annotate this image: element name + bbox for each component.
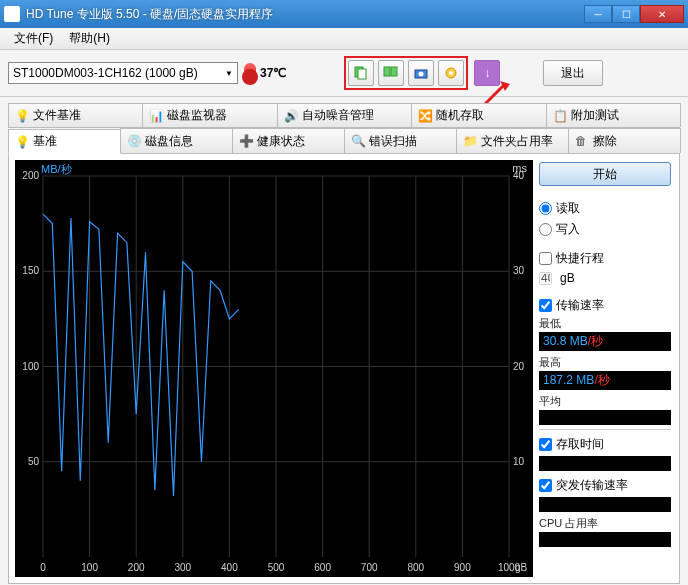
toolbar-icon-group xyxy=(344,56,468,90)
benchmark-chart: MB/秒 ms xyxy=(15,160,533,577)
maximize-button[interactable]: ☐ xyxy=(612,5,640,23)
tab-2-row1[interactable]: 🔊自动噪音管理 xyxy=(277,103,412,127)
tab-4-row2[interactable]: 📁文件夹占用率 xyxy=(456,128,569,153)
cpu-usage-label: CPU 占用率 xyxy=(539,516,671,531)
start-button[interactable]: 开始 xyxy=(539,162,671,186)
minimize-button[interactable]: ─ xyxy=(584,5,612,23)
drive-select[interactable]: ST1000DM003-1CH162 (1000 gB) ▼ xyxy=(8,62,238,84)
tab-icon: 💡 xyxy=(15,109,29,123)
temperature-display: 37℃ xyxy=(244,63,286,83)
access-time-check[interactable]: 存取时间 xyxy=(539,434,671,455)
tab-icon: 🔍 xyxy=(351,134,365,148)
settings-button[interactable] xyxy=(438,60,464,86)
fast-stroke-check[interactable]: 快捷行程 xyxy=(539,248,671,269)
tab-1-row1[interactable]: 📊磁盘监视器 xyxy=(142,103,277,127)
chevron-down-icon: ▼ xyxy=(225,69,233,78)
drive-label: ST1000DM003-1CH162 (1000 gB) xyxy=(13,66,198,80)
tab-3-row2[interactable]: 🔍错误扫描 xyxy=(344,128,457,153)
window-title: HD Tune 专业版 5.50 - 硬盘/固态硬盘实用程序 xyxy=(26,6,584,23)
menu-help[interactable]: 帮助(H) xyxy=(61,28,118,49)
app-icon xyxy=(4,6,20,22)
tab-icon: 📊 xyxy=(149,109,163,123)
temperature-value: 37℃ xyxy=(260,66,286,80)
save-button[interactable]: ↓ xyxy=(474,60,500,86)
burst-rate-readout xyxy=(539,497,671,512)
thermometer-icon xyxy=(244,63,256,83)
svg-rect-1 xyxy=(358,69,366,79)
tab-5-row2[interactable]: 🗑擦除 xyxy=(568,128,681,153)
tab-3-row1[interactable]: 🔀随机存取 xyxy=(411,103,546,127)
tab-0-row2[interactable]: 💡基准 xyxy=(8,129,121,154)
svg-point-5 xyxy=(419,72,424,77)
chart-ylabel-right: ms xyxy=(512,162,527,174)
tab-icon: 🔀 xyxy=(418,109,432,123)
tab-icon: 💡 xyxy=(15,135,29,149)
screenshot-button[interactable] xyxy=(408,60,434,86)
avg-label: 平均 xyxy=(539,394,671,409)
tab-0-row1[interactable]: 💡文件基准 xyxy=(8,103,143,127)
access-time-readout xyxy=(539,456,671,471)
exit-button[interactable]: 退出 xyxy=(543,60,603,86)
fast-stroke-value[interactable] xyxy=(539,272,552,285)
tab-icon: 🔊 xyxy=(284,109,298,123)
burst-rate-check[interactable]: 突发传输速率 xyxy=(539,475,671,496)
svg-rect-2 xyxy=(384,67,390,76)
tab-2-row2[interactable]: ➕健康状态 xyxy=(232,128,345,153)
close-button[interactable]: ✕ xyxy=(640,5,684,23)
menu-file[interactable]: 文件(F) xyxy=(6,28,61,49)
svg-point-7 xyxy=(449,71,453,75)
cpu-usage-readout xyxy=(539,532,671,547)
write-radio[interactable]: 写入 xyxy=(539,219,671,240)
tab-1-row2[interactable]: 💿磁盘信息 xyxy=(120,128,233,153)
tab-icon: 📋 xyxy=(553,109,567,123)
tab-4-row1[interactable]: 📋附加测试 xyxy=(546,103,681,127)
max-readout: 187.2 MB/秒 xyxy=(539,371,671,390)
avg-readout xyxy=(539,410,671,425)
min-readout: 30.8 MB/秒 xyxy=(539,332,671,351)
max-label: 最高 xyxy=(539,355,671,370)
copy-info-button[interactable] xyxy=(348,60,374,86)
read-radio[interactable]: 读取 xyxy=(539,198,671,219)
transfer-rate-check[interactable]: 传输速率 xyxy=(539,295,671,316)
tab-icon: 📁 xyxy=(463,134,477,148)
chart-ylabel-left: MB/秒 xyxy=(41,162,72,177)
min-label: 最低 xyxy=(539,316,671,331)
tab-icon: 💿 xyxy=(127,134,141,148)
tab-icon: ➕ xyxy=(239,134,253,148)
copy-all-button[interactable] xyxy=(378,60,404,86)
svg-rect-3 xyxy=(391,67,397,76)
tab-icon: 🗑 xyxy=(575,134,589,148)
